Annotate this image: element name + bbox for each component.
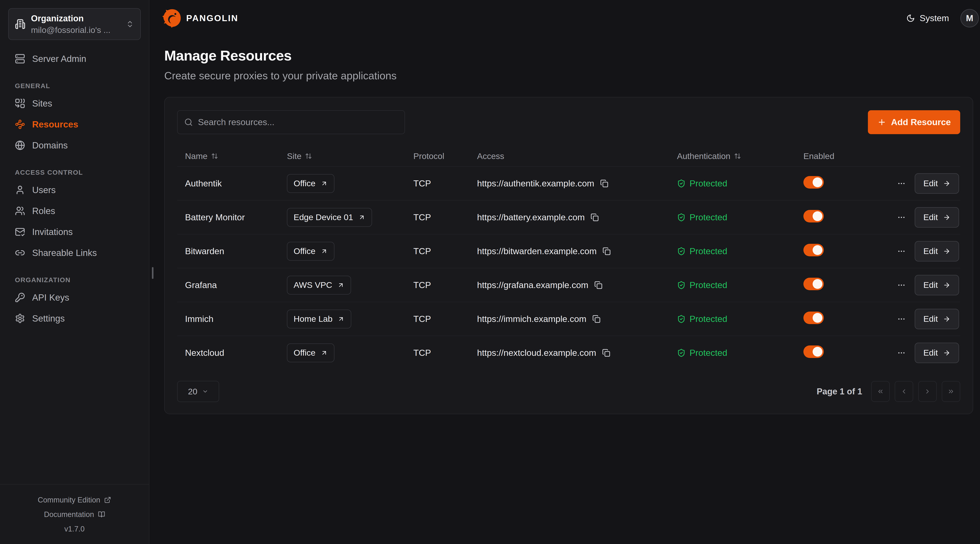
copy-icon [602,349,610,357]
auth-status: Protected [689,212,727,222]
site-link-button[interactable]: AWS VPC [287,276,351,295]
shield-check-icon [677,213,686,222]
auth-status: Protected [689,178,727,189]
mail-check-icon [15,227,25,237]
edit-button[interactable]: Edit [915,275,959,295]
chevrons-left-icon [877,388,884,395]
row-menu-button[interactable] [897,315,906,323]
sidebar-resize-handle[interactable] [152,267,153,279]
sidebar-item-roles[interactable]: Roles [8,200,141,221]
arrow-right-icon [943,349,950,357]
resource-name: Bitwarden [185,246,287,256]
copy-url-button[interactable] [600,179,608,187]
add-resource-button[interactable]: Add Resource [868,110,960,134]
resource-url: https://authentik.example.com [477,178,594,189]
search-input[interactable] [198,117,398,127]
edit-button[interactable]: Edit [915,207,959,228]
sidebar-item-resources[interactable]: Resources [8,114,141,135]
sidebar-item-invitations[interactable]: Invitations [8,221,141,242]
site-link-button[interactable]: Office [287,344,334,362]
previous-page-button[interactable] [895,381,913,402]
enabled-toggle[interactable] [803,176,824,189]
site-link-button[interactable]: Office [287,174,334,193]
plus-icon [877,118,886,127]
sidebar-item-shareable-links[interactable]: Shareable Links [8,242,141,263]
sidebar-nav: Server Admin GENERAL Sites Resources Dom… [0,43,149,484]
copy-icon [600,179,608,187]
site-link-button[interactable]: Home Lab [287,309,351,328]
arrow-up-right-icon [321,180,328,187]
edit-button[interactable]: Edit [915,309,959,329]
brand-name: PANGOLIN [186,13,238,23]
resource-url: https://battery.example.com [477,212,585,222]
sidebar-item-settings[interactable]: Settings [8,308,141,329]
page-subtitle: Create secure proxies to your private ap… [164,70,979,82]
row-menu-button[interactable] [897,213,906,222]
app-root: Organization milo@fossorial.io's ... Ser… [0,0,980,544]
enabled-toggle[interactable] [803,312,824,324]
table-row: Immich Home Lab TCP https://immich.examp… [177,302,960,336]
enabled-toggle[interactable] [803,346,824,358]
key-icon [15,292,25,303]
sidebar-item-api-keys[interactable]: API Keys [8,287,141,308]
sidebar-item-domains[interactable]: Domains [8,135,141,156]
nav-section-label: ACCESS CONTROL [15,169,141,176]
row-menu-button[interactable] [897,179,906,188]
documentation-link[interactable]: Documentation [0,507,149,522]
enabled-toggle[interactable] [803,244,824,256]
edit-button[interactable]: Edit [915,173,959,193]
copy-url-button[interactable] [590,213,599,222]
sidebar-item-users[interactable]: Users [8,179,141,200]
ellipsis-icon [897,349,906,357]
shield-check-icon [677,349,686,357]
user-icon [15,185,25,195]
globe-icon [15,140,25,151]
avatar[interactable]: M [960,9,979,27]
brand: PANGOLIN [162,9,238,28]
row-menu-button[interactable] [897,281,906,289]
chevrons-up-down-icon [126,20,134,28]
chevrons-right-icon [947,388,955,395]
resource-url: https://bitwarden.example.com [477,246,597,256]
ellipsis-icon [897,281,906,289]
sidebar-item-sites[interactable]: Sites [8,93,141,114]
ellipsis-icon [897,247,906,255]
theme-toggle-button[interactable]: System [906,13,949,23]
edit-button[interactable]: Edit [915,343,959,363]
add-resource-label: Add Resource [891,117,951,127]
row-menu-button[interactable] [897,349,906,357]
auth-status: Protected [689,246,727,256]
copy-url-button[interactable] [603,247,611,255]
resource-name: Immich [185,314,287,324]
page-size-select[interactable]: 20 [177,381,219,402]
last-page-button[interactable] [942,381,960,402]
community-edition-link[interactable]: Community Edition [0,493,149,507]
row-menu-button[interactable] [897,247,906,255]
site-link-button[interactable]: Office [287,242,334,261]
sidebar-item-server-admin[interactable]: Server Admin [8,48,141,69]
nav-section-label: ORGANIZATION [15,276,141,284]
nav-section: Server Admin [8,48,141,69]
org-selector-title: Organization [31,14,120,23]
moon-icon [906,14,915,22]
org-selector[interactable]: Organization milo@fossorial.io's ... [8,8,141,40]
enabled-toggle[interactable] [803,278,824,290]
column-header-site[interactable]: Site [287,151,414,161]
enabled-toggle[interactable] [803,210,824,222]
community-edition-label: Community Edition [38,496,100,504]
ellipsis-icon [897,179,906,188]
site-name: Office [294,179,315,188]
table-row: Battery Monitor Edge Device 01 TCP https… [177,200,960,234]
site-link-button[interactable]: Edge Device 01 [287,208,372,227]
copy-url-button[interactable] [594,281,603,289]
column-header-name[interactable]: Name [185,151,287,161]
version-label: v1.7.0 [0,522,149,536]
copy-url-button[interactable] [602,349,610,357]
arrow-right-icon [943,180,950,187]
arrow-right-icon [943,281,950,289]
edit-button[interactable]: Edit [915,241,959,262]
column-header-authentication[interactable]: Authentication [677,151,803,161]
copy-url-button[interactable] [592,315,601,323]
first-page-button[interactable] [871,381,889,402]
next-page-button[interactable] [918,381,937,402]
